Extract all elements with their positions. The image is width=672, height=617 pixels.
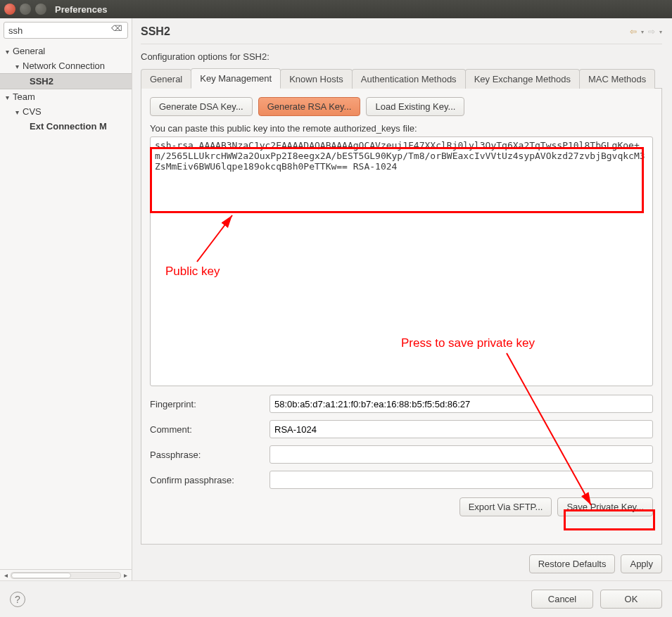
scroll-right-icon[interactable]: ▸ [124,571,127,579]
tree-label: Team [13,91,35,102]
confirm-passphrase-field[interactable] [270,471,653,489]
tab-bar: General Key Management Known Hosts Authe… [141,68,662,89]
window-maximize-button[interactable] [35,4,46,15]
fingerprint-field[interactable] [270,395,653,413]
clear-search-icon[interactable]: ⌫ [111,24,122,33]
apply-button[interactable]: Apply [621,554,662,573]
tree-label: General [13,46,45,56]
tree-item-ssh2[interactable]: SSH2 [0,73,132,89]
main-panel: SSH2 ⇦ ▾ ⇨ ▾ Configuration options for S… [132,18,672,580]
tree-item-ext-connection[interactable]: Ext Connection M [0,119,132,134]
tab-kex-methods[interactable]: Key Exchange Methods [465,69,580,89]
tree-label: SSH2 [30,76,53,87]
tab-auth-methods[interactable]: Authentication Methods [352,69,466,89]
paste-instruction: You can paste this public key into the r… [150,123,653,134]
page-description: Configuration options for SSH2: [141,51,662,62]
save-private-key-button[interactable]: Save Private Key... [557,497,653,516]
tree-label: Ext Connection M [30,121,107,132]
tab-known-hosts[interactable]: Known Hosts [280,69,353,89]
preferences-tree[interactable]: ▾General ▾Network Connection SSH2 ▾Team … [0,42,132,569]
load-existing-key-button[interactable]: Load Existing Key... [366,97,464,116]
sidebar: ⌫ ▾General ▾Network Connection SSH2 ▾Tea… [0,18,132,580]
generate-dsa-button[interactable]: Generate DSA Key... [150,97,253,116]
tree-item-team[interactable]: ▾Team [0,89,132,104]
help-icon[interactable]: ? [10,592,25,607]
tree-item-network-connection[interactable]: ▾Network Connection [0,58,132,73]
window-title: Preferences [55,4,107,15]
comment-field[interactable] [270,420,653,438]
tab-key-management[interactable]: Key Management [191,68,281,89]
nav-back-menu-icon[interactable]: ▾ [641,29,644,35]
titlebar: Preferences [0,0,672,18]
nav-forward-menu-icon[interactable]: ▾ [659,29,662,35]
fingerprint-label: Fingerprint: [150,399,270,409]
tree-label: Network Connection [23,61,105,71]
public-key-textarea[interactable] [150,136,653,386]
restore-defaults-button[interactable]: Restore Defaults [529,554,616,573]
passphrase-label: Passphrase: [150,450,270,460]
generate-rsa-button[interactable]: Generate RSA Key... [258,97,361,116]
filter-input[interactable] [4,22,128,39]
dialog-footer: ? Cancel OK [0,580,672,617]
tree-item-cvs[interactable]: ▾CVS [0,104,132,119]
export-sftp-button[interactable]: Export Via SFTP... [459,497,552,516]
tree-item-general[interactable]: ▾General [0,44,132,58]
comment-label: Comment: [150,424,270,435]
tab-body: Generate DSA Key... Generate RSA Key... … [141,89,662,545]
window-minimize-button[interactable] [20,4,31,15]
nav-back-icon[interactable]: ⇦ [630,27,637,37]
page-title: SSH2 [141,25,170,38]
sidebar-hscroll[interactable]: ◂ ▸ [0,569,132,580]
confirm-passphrase-label: Confirm passphrase: [150,475,270,485]
window-close-button[interactable] [4,4,15,15]
tab-mac-methods[interactable]: MAC Methods [579,69,655,89]
ok-button[interactable]: OK [600,590,662,609]
tree-label: CVS [23,106,42,117]
nav-forward-icon: ⇨ [648,27,655,37]
passphrase-field[interactable] [270,445,653,464]
scroll-left-icon[interactable]: ◂ [4,571,8,579]
tab-general[interactable]: General [141,69,191,89]
cancel-button[interactable]: Cancel [531,590,593,609]
